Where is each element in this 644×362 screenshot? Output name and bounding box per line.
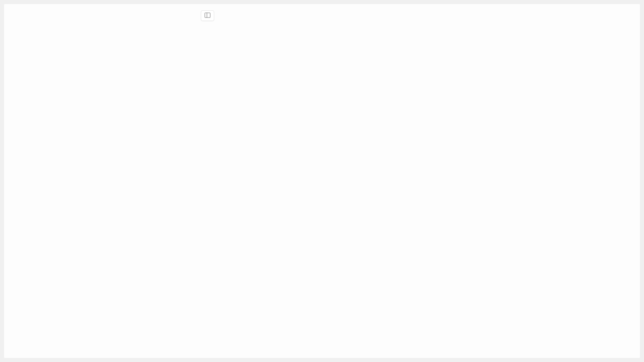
panel-left-icon	[204, 12, 211, 20]
panel-toggle-button[interactable]	[201, 10, 214, 21]
main-canvas	[4, 4, 640, 358]
svg-rect-0	[205, 13, 210, 17]
